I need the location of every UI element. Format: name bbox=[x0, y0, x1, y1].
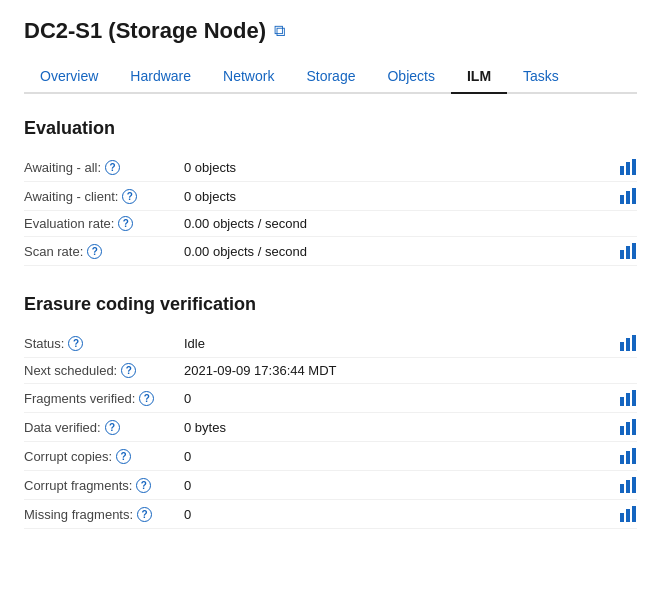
page-title: DC2-S1 (Storage Node) bbox=[24, 18, 266, 44]
status-label: Status: ? bbox=[24, 336, 184, 351]
corrupt-fragments-label: Corrupt fragments: ? bbox=[24, 478, 184, 493]
awaiting-client-chart-icon[interactable] bbox=[619, 187, 637, 205]
svg-rect-19 bbox=[626, 451, 630, 464]
tab-storage[interactable]: Storage bbox=[290, 60, 371, 94]
missing-fragments-label: Missing fragments: ? bbox=[24, 507, 184, 522]
next-scheduled-value: 2021-09-09 17:36:44 MDT bbox=[184, 363, 637, 378]
svg-rect-0 bbox=[620, 166, 624, 175]
table-row: Corrupt fragments: ? 0 bbox=[24, 471, 637, 500]
svg-rect-8 bbox=[632, 243, 636, 259]
scan-rate-help-icon[interactable]: ? bbox=[87, 244, 102, 259]
svg-rect-7 bbox=[626, 246, 630, 259]
evaluation-section: Evaluation Awaiting - all: ? 0 objects A… bbox=[24, 118, 637, 266]
table-row: Next scheduled: ? 2021-09-09 17:36:44 MD… bbox=[24, 358, 637, 384]
scan-rate-label: Scan rate: ? bbox=[24, 244, 184, 259]
svg-rect-5 bbox=[632, 188, 636, 204]
scan-rate-chart-icon[interactable] bbox=[619, 242, 637, 260]
svg-rect-9 bbox=[620, 342, 624, 351]
tab-overview[interactable]: Overview bbox=[24, 60, 114, 94]
missing-fragments-help-icon[interactable]: ? bbox=[137, 507, 152, 522]
tabs-bar: Overview Hardware Network Storage Object… bbox=[24, 60, 637, 94]
svg-rect-20 bbox=[632, 448, 636, 464]
status-value: Idle bbox=[184, 336, 619, 351]
table-row: Missing fragments: ? 0 bbox=[24, 500, 637, 529]
corrupt-copies-value: 0 bbox=[184, 449, 619, 464]
svg-rect-22 bbox=[626, 480, 630, 493]
tab-tasks[interactable]: Tasks bbox=[507, 60, 575, 94]
next-scheduled-label: Next scheduled: ? bbox=[24, 363, 184, 378]
svg-rect-6 bbox=[620, 250, 624, 259]
evaluation-rate-value: 0.00 objects / second bbox=[184, 216, 637, 231]
status-chart-icon[interactable] bbox=[619, 334, 637, 352]
table-row: Fragments verified: ? 0 bbox=[24, 384, 637, 413]
missing-fragments-chart-icon[interactable] bbox=[619, 505, 637, 523]
fragments-verified-value: 0 bbox=[184, 391, 619, 406]
corrupt-copies-help-icon[interactable]: ? bbox=[116, 449, 131, 464]
evaluation-rate-help-icon[interactable]: ? bbox=[118, 216, 133, 231]
svg-rect-17 bbox=[632, 419, 636, 435]
awaiting-all-value: 0 objects bbox=[184, 160, 619, 175]
awaiting-all-chart-icon[interactable] bbox=[619, 158, 637, 176]
corrupt-fragments-help-icon[interactable]: ? bbox=[136, 478, 151, 493]
svg-rect-14 bbox=[632, 390, 636, 406]
svg-rect-10 bbox=[626, 338, 630, 351]
svg-rect-21 bbox=[620, 484, 624, 493]
data-verified-value: 0 bytes bbox=[184, 420, 619, 435]
svg-rect-3 bbox=[620, 195, 624, 204]
status-help-icon[interactable]: ? bbox=[68, 336, 83, 351]
svg-rect-18 bbox=[620, 455, 624, 464]
svg-rect-13 bbox=[626, 393, 630, 406]
svg-rect-23 bbox=[632, 477, 636, 493]
page-header: DC2-S1 (Storage Node) ⧉ bbox=[24, 18, 637, 44]
svg-rect-16 bbox=[626, 422, 630, 435]
table-row: Scan rate: ? 0.00 objects / second bbox=[24, 237, 637, 266]
erasure-coding-title: Erasure coding verification bbox=[24, 294, 637, 315]
svg-rect-4 bbox=[626, 191, 630, 204]
tab-objects[interactable]: Objects bbox=[371, 60, 450, 94]
tab-ilm[interactable]: ILM bbox=[451, 60, 507, 94]
table-row: Data verified: ? 0 bytes bbox=[24, 413, 637, 442]
svg-rect-26 bbox=[632, 506, 636, 522]
fragments-verified-label: Fragments verified: ? bbox=[24, 391, 184, 406]
data-verified-chart-icon[interactable] bbox=[619, 418, 637, 436]
svg-rect-12 bbox=[620, 397, 624, 406]
page-wrapper: DC2-S1 (Storage Node) ⧉ Overview Hardwar… bbox=[0, 0, 661, 581]
svg-rect-24 bbox=[620, 513, 624, 522]
awaiting-client-value: 0 objects bbox=[184, 189, 619, 204]
missing-fragments-value: 0 bbox=[184, 507, 619, 522]
svg-rect-1 bbox=[626, 162, 630, 175]
external-link-icon[interactable]: ⧉ bbox=[274, 22, 285, 40]
corrupt-fragments-chart-icon[interactable] bbox=[619, 476, 637, 494]
tab-network[interactable]: Network bbox=[207, 60, 290, 94]
evaluation-title: Evaluation bbox=[24, 118, 637, 139]
corrupt-copies-label: Corrupt copies: ? bbox=[24, 449, 184, 464]
tab-hardware[interactable]: Hardware bbox=[114, 60, 207, 94]
table-row: Evaluation rate: ? 0.00 objects / second bbox=[24, 211, 637, 237]
table-row: Status: ? Idle bbox=[24, 329, 637, 358]
scan-rate-value: 0.00 objects / second bbox=[184, 244, 619, 259]
svg-rect-25 bbox=[626, 509, 630, 522]
table-row: Awaiting - all: ? 0 objects bbox=[24, 153, 637, 182]
table-row: Awaiting - client: ? 0 objects bbox=[24, 182, 637, 211]
corrupt-fragments-value: 0 bbox=[184, 478, 619, 493]
next-scheduled-help-icon[interactable]: ? bbox=[121, 363, 136, 378]
fragments-verified-help-icon[interactable]: ? bbox=[139, 391, 154, 406]
data-verified-help-icon[interactable]: ? bbox=[105, 420, 120, 435]
table-row: Corrupt copies: ? 0 bbox=[24, 442, 637, 471]
awaiting-client-label: Awaiting - client: ? bbox=[24, 189, 184, 204]
svg-rect-11 bbox=[632, 335, 636, 351]
svg-rect-15 bbox=[620, 426, 624, 435]
corrupt-copies-chart-icon[interactable] bbox=[619, 447, 637, 465]
evaluation-rate-label: Evaluation rate: ? bbox=[24, 216, 184, 231]
erasure-coding-section: Erasure coding verification Status: ? Id… bbox=[24, 294, 637, 529]
data-verified-label: Data verified: ? bbox=[24, 420, 184, 435]
svg-rect-2 bbox=[632, 159, 636, 175]
awaiting-all-help-icon[interactable]: ? bbox=[105, 160, 120, 175]
awaiting-client-help-icon[interactable]: ? bbox=[122, 189, 137, 204]
awaiting-all-label: Awaiting - all: ? bbox=[24, 160, 184, 175]
fragments-verified-chart-icon[interactable] bbox=[619, 389, 637, 407]
